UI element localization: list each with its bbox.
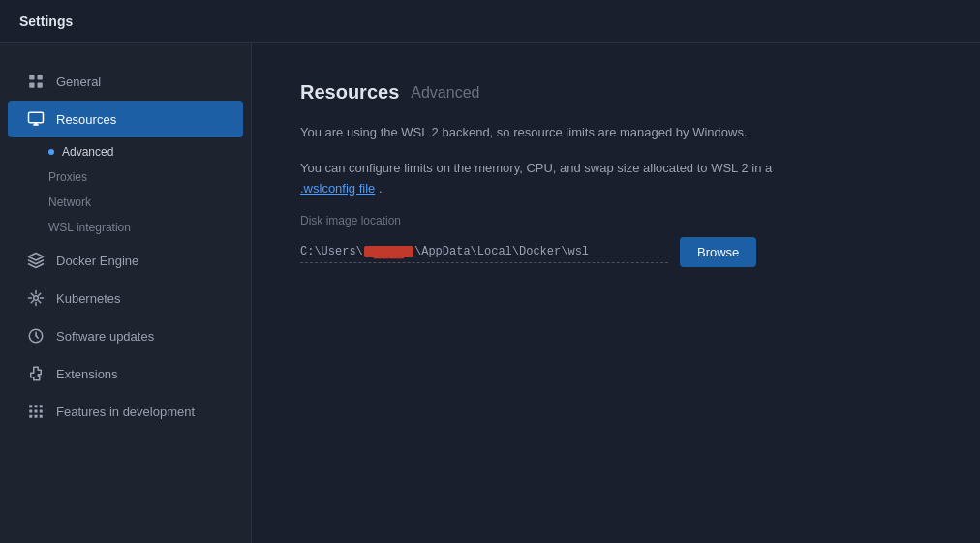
svg-rect-2 — [29, 83, 34, 88]
puzzle-icon — [27, 365, 45, 382]
sidebar-sub-item-wsl-label: WSL integration — [48, 221, 131, 234]
grid-icon — [27, 73, 45, 90]
sidebar-sub-item-proxies[interactable]: Proxies — [48, 165, 251, 190]
svg-rect-6 — [35, 123, 38, 125]
sidebar-item-general[interactable]: General — [8, 63, 243, 100]
svg-rect-12 — [29, 410, 32, 413]
svg-rect-10 — [35, 405, 38, 407]
sidebar-item-docker-engine-label: Docker Engine — [56, 254, 138, 268]
header: Settings — [0, 0, 980, 43]
sidebar-item-docker-engine[interactable]: Docker Engine — [8, 242, 243, 279]
sidebar: General Resources Advanced Proxies — [0, 43, 252, 543]
page-heading: Resources Advanced — [300, 81, 932, 104]
sidebar-item-software-updates[interactable]: Software updates — [8, 317, 243, 354]
clock-icon — [27, 327, 45, 345]
svg-rect-14 — [40, 410, 43, 413]
resources-title: Resources — [300, 81, 399, 104]
main-layout: General Resources Advanced Proxies — [0, 43, 980, 543]
disk-path-redacted: ████ — [364, 246, 413, 257]
sidebar-sub-item-advanced[interactable]: Advanced — [48, 139, 251, 165]
sidebar-item-resources-label: Resources — [56, 112, 116, 127]
grid2-icon — [27, 403, 45, 420]
svg-rect-16 — [35, 415, 38, 418]
sidebar-sub-item-network[interactable]: Network — [48, 190, 251, 215]
sidebar-item-extensions[interactable]: Extensions — [8, 355, 243, 392]
advanced-subtitle: Advanced — [411, 84, 479, 102]
sidebar-item-general-label: General — [56, 75, 101, 89]
description-configure: You can configure limits on the memory, … — [300, 159, 804, 199]
svg-point-7 — [34, 296, 39, 301]
page-title: Settings — [19, 14, 73, 29]
monitor-icon — [27, 110, 45, 128]
disk-image-label: Disk image location — [300, 214, 932, 227]
sidebar-sub-item-network-label: Network — [48, 196, 91, 209]
sidebar-item-resources[interactable]: Resources — [8, 101, 243, 137]
sidebar-item-software-updates-label: Software updates — [56, 329, 154, 344]
svg-rect-13 — [35, 410, 38, 413]
sidebar-sub-item-advanced-label: Advanced — [62, 145, 113, 159]
svg-rect-0 — [29, 75, 34, 79]
engine-icon — [27, 252, 45, 269]
sidebar-item-extensions-label: Extensions — [56, 367, 118, 381]
disk-path-prefix: C:\Users\ — [300, 245, 363, 258]
main-content: Resources Advanced You are using the WSL… — [252, 43, 980, 543]
sidebar-item-features-label: Features in development — [56, 405, 195, 419]
svg-rect-17 — [40, 415, 43, 418]
svg-rect-3 — [38, 83, 43, 88]
svg-rect-1 — [38, 75, 43, 79]
svg-rect-9 — [29, 405, 32, 407]
svg-rect-15 — [29, 415, 32, 418]
resources-sub-items: Advanced Proxies Network WSL integration — [0, 139, 251, 240]
sidebar-sub-item-wsl-integration[interactable]: WSL integration — [48, 215, 251, 240]
browse-button[interactable]: Browse — [680, 237, 756, 267]
wslconfig-link[interactable]: .wslconfig file — [300, 181, 375, 196]
svg-rect-11 — [40, 405, 43, 407]
description-configure-text: You can configure limits on the memory, … — [300, 161, 772, 175]
disk-image-row: C:\Users\ ████ \AppData\Local\Docker\wsl… — [300, 237, 932, 267]
kubernetes-icon — [27, 289, 45, 307]
active-dot — [48, 149, 54, 155]
description-configure-end: . — [379, 181, 383, 196]
description-wsl2: You are using the WSL 2 backend, so reso… — [300, 123, 804, 143]
sidebar-item-kubernetes-label: Kubernetes — [56, 291, 121, 306]
svg-rect-4 — [29, 112, 44, 123]
disk-path-suffix: \AppData\Local\Docker\wsl — [414, 245, 589, 258]
sidebar-item-kubernetes[interactable]: Kubernetes — [8, 280, 243, 317]
sidebar-sub-item-proxies-label: Proxies — [48, 170, 87, 184]
sidebar-item-features-in-development[interactable]: Features in development — [8, 393, 243, 430]
